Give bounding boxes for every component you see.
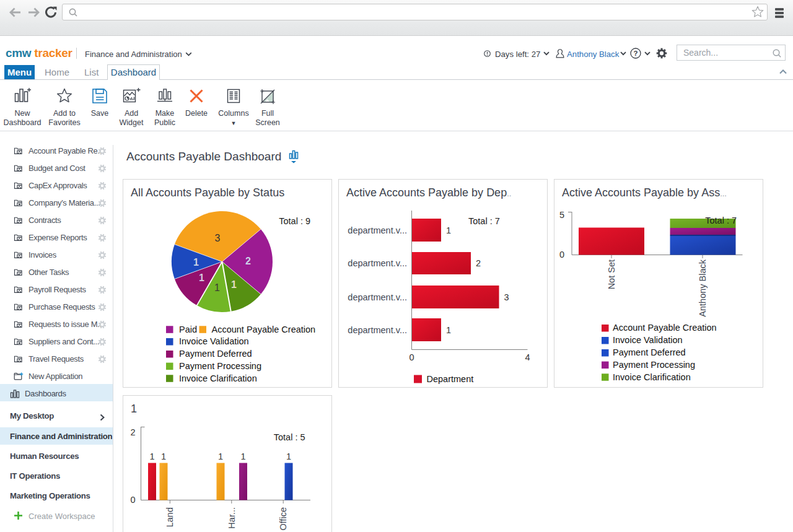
svg-text:Payment Deferred: Payment Deferred	[179, 349, 252, 359]
svg-text:3: 3	[215, 233, 221, 243]
svg-text:Invoice Validation: Invoice Validation	[179, 336, 249, 346]
svg-text:Land: Land	[165, 507, 175, 527]
svg-text:4: 4	[525, 352, 530, 362]
svg-text:0: 0	[130, 495, 135, 505]
svg-text:Har...: Har...	[227, 507, 237, 529]
svg-text:Invoice Clarification: Invoice Clarification	[179, 373, 257, 383]
svg-text:department.v...: department.v...	[348, 258, 407, 268]
svg-text:Department: Department	[427, 374, 474, 384]
svg-text:1: 1	[286, 451, 291, 461]
svg-text:1: 1	[199, 273, 204, 283]
svg-text:department.v...: department.v...	[348, 325, 407, 335]
svg-text:Paid: Paid	[179, 325, 197, 334]
svg-text:1: 1	[446, 225, 451, 235]
svg-text:Total : 7: Total : 7	[705, 216, 737, 225]
svg-text:5: 5	[559, 210, 564, 220]
svg-text:Invoice Validation: Invoice Validation	[613, 335, 683, 345]
svg-text:Office: Office	[278, 507, 288, 531]
svg-text:1: 1	[240, 451, 245, 461]
svg-text:0: 0	[559, 250, 564, 259]
svg-text:1: 1	[446, 325, 451, 335]
svg-text:3: 3	[504, 292, 509, 302]
svg-text:1: 1	[161, 451, 166, 461]
svg-text:Total : 5: Total : 5	[274, 432, 305, 442]
svg-text:department.v...: department.v...	[348, 225, 407, 235]
svg-text:2: 2	[130, 427, 135, 437]
svg-text:Total : 7: Total : 7	[468, 216, 500, 226]
svg-text:1: 1	[218, 451, 223, 461]
svg-text:Account Payable Creation: Account Payable Creation	[212, 325, 316, 334]
svg-text:1: 1	[149, 451, 154, 461]
svg-text:Payment Processing: Payment Processing	[613, 360, 695, 370]
svg-text:1: 1	[231, 279, 237, 290]
svg-text:Not Set: Not Set	[607, 259, 616, 289]
svg-text:2: 2	[245, 256, 251, 266]
svg-text:Anthony Black: Anthony Black	[698, 259, 708, 316]
svg-text:Payment Processing: Payment Processing	[179, 361, 261, 371]
svg-text:department.v...: department.v...	[348, 292, 407, 302]
svg-text:Account Payable Creation: Account Payable Creation	[613, 323, 717, 333]
svg-text:2: 2	[476, 258, 481, 268]
svg-text:Invoice Clarification: Invoice Clarification	[613, 372, 691, 382]
svg-text:?: ?	[633, 50, 637, 57]
svg-text:1: 1	[214, 282, 220, 293]
svg-text:0: 0	[409, 352, 414, 362]
svg-text:Payment Deferred: Payment Deferred	[613, 347, 686, 357]
svg-text:1: 1	[193, 257, 199, 268]
